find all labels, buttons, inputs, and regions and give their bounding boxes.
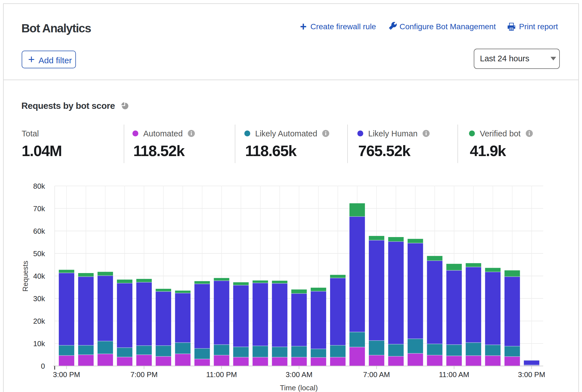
svg-text:11:00 PM: 11:00 PM	[206, 370, 237, 379]
svg-text:3:00 PM: 3:00 PM	[518, 370, 545, 379]
svg-text:30k: 30k	[33, 294, 45, 303]
svg-text:7:00 AM: 7:00 AM	[363, 370, 390, 379]
svg-text:10k: 10k	[33, 339, 45, 348]
svg-text:80k: 80k	[33, 182, 45, 190]
svg-text:11:00 AM: 11:00 AM	[439, 370, 469, 379]
svg-text:3:00 PM: 3:00 PM	[53, 370, 80, 379]
svg-text:20k: 20k	[33, 317, 45, 325]
svg-text:60k: 60k	[33, 227, 45, 235]
svg-text:Time (local): Time (local)	[280, 384, 318, 392]
svg-text:Requests: Requests	[21, 261, 30, 292]
svg-text:0: 0	[41, 362, 45, 370]
svg-text:70k: 70k	[33, 204, 45, 213]
svg-text:50k: 50k	[33, 249, 45, 258]
svg-text:7:00 PM: 7:00 PM	[130, 370, 158, 379]
svg-text:3:00 AM: 3:00 AM	[286, 370, 312, 379]
svg-text:40k: 40k	[33, 272, 45, 280]
